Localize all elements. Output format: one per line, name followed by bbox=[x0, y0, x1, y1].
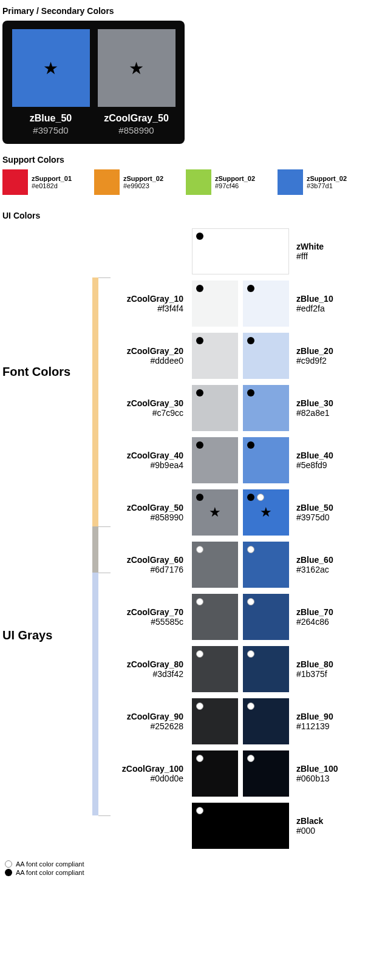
support-text: zSupport_01#e0182d bbox=[32, 175, 72, 189]
font-colors-bar bbox=[92, 277, 98, 526]
color-row: zBlack#000 bbox=[102, 800, 366, 852]
color-row: zCoolGray_40#9b9ea4zBlue_40#5e8fd9 bbox=[102, 434, 366, 486]
support-color-item: zSupport_02#97cf46 bbox=[186, 169, 274, 195]
compliance-dot-white-icon bbox=[196, 546, 203, 553]
compliance-dot-white-icon bbox=[196, 650, 203, 658]
swatch-pair bbox=[192, 333, 289, 379]
tick-line bbox=[98, 573, 111, 573]
color-name: zSupport_02 bbox=[307, 175, 347, 182]
compliance-dot-white-icon bbox=[247, 546, 254, 553]
color-hex: #dddee0 bbox=[102, 356, 183, 366]
compliance-dot-white-icon bbox=[247, 755, 254, 762]
ui-section-title: UI Colors bbox=[2, 211, 366, 220]
color-name: zBlack bbox=[296, 816, 349, 826]
color-name: zCoolGray_20 bbox=[102, 346, 183, 356]
right-color-label: zBlue_20#c9d9f2 bbox=[294, 346, 349, 366]
color-swatch-blue: ★ bbox=[243, 489, 289, 536]
color-hex: #3162ac bbox=[296, 565, 349, 574]
color-hex: #fff bbox=[296, 251, 349, 261]
color-name: zCoolGray_50 bbox=[97, 113, 176, 124]
color-hex: #3b77d1 bbox=[307, 182, 347, 189]
right-color-label: zBlue_50#3975d0 bbox=[294, 503, 349, 522]
support-text: zSupport_02#e99023 bbox=[123, 175, 163, 189]
left-color-label: zCoolGray_70#55585c bbox=[102, 607, 187, 627]
swatch-pair bbox=[192, 437, 289, 483]
color-swatch-gray bbox=[192, 594, 238, 640]
color-name: zBlue_60 bbox=[296, 555, 349, 565]
color-swatch-zblack bbox=[192, 803, 289, 849]
color-name: zBlue_50 bbox=[296, 503, 349, 512]
swatch-pair bbox=[192, 385, 289, 431]
color-hex: #e0182d bbox=[32, 182, 72, 189]
support-section-title: Support Colors bbox=[2, 155, 366, 165]
color-hex: #6d7176 bbox=[102, 565, 183, 574]
color-swatch-gray bbox=[192, 542, 238, 588]
support-color-row: zSupport_01#e0182dzSupport_02#e99023zSup… bbox=[2, 169, 366, 195]
color-swatch bbox=[2, 169, 28, 195]
right-color-label: zWhite#fff bbox=[294, 242, 349, 261]
primary-color-item: ★ zCoolGray_50 #858990 bbox=[97, 29, 176, 135]
color-name: zCoolGray_60 bbox=[102, 555, 183, 565]
star-icon: ★ bbox=[260, 505, 272, 520]
compliance-dot-black-icon bbox=[5, 869, 12, 876]
color-name: zCoolGray_40 bbox=[102, 451, 183, 460]
swatch-pair: ★★ bbox=[192, 489, 289, 536]
legend: AA font color compliant AA font color co… bbox=[5, 860, 366, 876]
color-name: zBlue_80 bbox=[296, 659, 349, 669]
color-hex: #3975d0 bbox=[296, 512, 349, 522]
color-hex: #0d0d0e bbox=[102, 774, 183, 783]
right-color-label: zBlue_80#1b375f bbox=[294, 659, 349, 679]
gap-bar bbox=[92, 526, 98, 573]
color-name: zBlue_20 bbox=[296, 346, 349, 356]
swatch-pair bbox=[192, 646, 289, 692]
left-color-label: zCoolGray_30#c7c9cc bbox=[102, 398, 187, 418]
color-name: zBlue_50 bbox=[11, 113, 90, 124]
color-hex: #edf2fa bbox=[296, 304, 349, 313]
color-hex: #3d3f42 bbox=[102, 669, 183, 679]
ladder-labels: Font Colors UI Grays bbox=[2, 225, 87, 852]
color-row: zCoolGray_30#c7c9cczBlue_30#82a8e1 bbox=[102, 382, 366, 434]
color-hex: #5e8fd9 bbox=[296, 460, 349, 470]
color-hex: #e99023 bbox=[123, 182, 163, 189]
color-name: zBlue_40 bbox=[296, 451, 349, 460]
color-hex: #060b13 bbox=[296, 774, 349, 783]
color-name: zWhite bbox=[296, 242, 349, 251]
compliance-dot-white-icon bbox=[257, 494, 264, 501]
color-row: zCoolGray_90#252628zBlue_90#112139 bbox=[102, 695, 366, 747]
color-row: zCoolGray_50#858990★★zBlue_50#3975d0 bbox=[102, 486, 366, 539]
legend-text: AA font color compliant bbox=[16, 869, 84, 876]
right-color-label: zBlue_10#edf2fa bbox=[294, 294, 349, 313]
primary-color-panel: ★ zBlue_50 #3975d0 ★ zCoolGray_50 #85899… bbox=[2, 21, 185, 144]
compliance-dot-white-icon bbox=[247, 598, 254, 605]
color-name: zBlue_30 bbox=[296, 398, 349, 408]
color-swatch bbox=[186, 169, 211, 195]
left-color-label: zCoolGray_60#6d7176 bbox=[102, 555, 187, 574]
right-color-label: zBlack#000 bbox=[294, 816, 349, 835]
ui-colors-table: Font Colors UI Grays zWhite#fffzCoolGray… bbox=[2, 225, 366, 852]
color-hex: #112139 bbox=[296, 721, 349, 731]
color-hex: #97cf46 bbox=[215, 182, 255, 189]
color-row: zCoolGray_70#55585czBlue_70#264c86 bbox=[102, 591, 366, 643]
left-color-label: zCoolGray_10#f3f4f4 bbox=[102, 294, 187, 313]
color-swatch-blue bbox=[243, 385, 289, 431]
color-swatch-blue bbox=[243, 333, 289, 379]
color-hex: #1b375f bbox=[296, 669, 349, 679]
compliance-dot-black-icon bbox=[247, 337, 254, 344]
compliance-dot-black-icon bbox=[196, 233, 203, 240]
color-swatch-gray bbox=[192, 750, 238, 797]
color-swatch-gray: ★ bbox=[192, 489, 238, 536]
color-swatch-zcoolgray50: ★ bbox=[98, 29, 175, 107]
compliance-dot-white-icon bbox=[196, 807, 203, 814]
support-color-item: zSupport_02#3b77d1 bbox=[278, 169, 366, 195]
color-row: zCoolGray_20#dddee0zBlue_20#c9d9f2 bbox=[102, 330, 366, 382]
color-row: zCoolGray_10#f3f4f4zBlue_10#edf2fa bbox=[102, 277, 366, 330]
support-text: zSupport_02#3b77d1 bbox=[307, 175, 347, 189]
color-name: zCoolGray_100 bbox=[102, 764, 183, 774]
color-hex: #252628 bbox=[102, 721, 183, 731]
color-row: zCoolGray_80#3d3f42zBlue_80#1b375f bbox=[102, 643, 366, 695]
support-color-item: zSupport_02#e99023 bbox=[94, 169, 182, 195]
left-color-label: zCoolGray_20#dddee0 bbox=[102, 346, 187, 366]
color-name: zSupport_01 bbox=[32, 175, 72, 182]
compliance-dot-black-icon bbox=[196, 494, 203, 501]
compliance-dot-black-icon bbox=[247, 494, 254, 501]
